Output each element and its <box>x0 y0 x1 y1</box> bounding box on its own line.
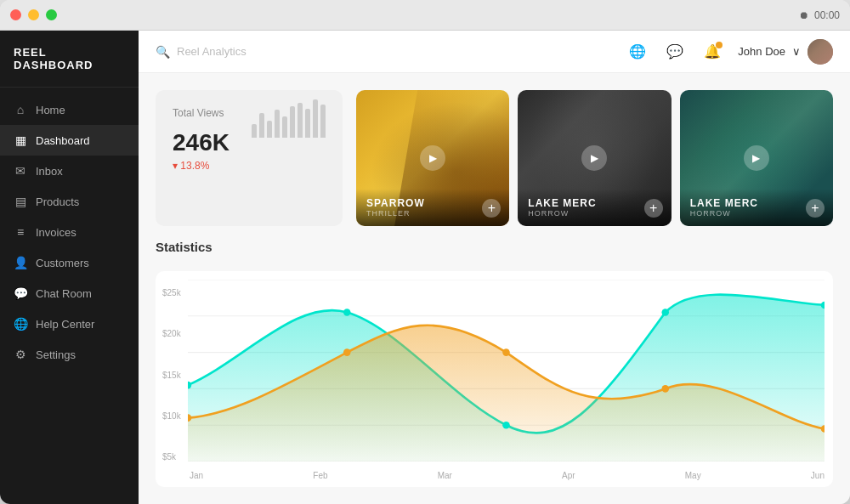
lakemerc1-play-btn[interactable]: ▶ <box>581 145 607 171</box>
home-icon: ⌂ <box>14 103 27 116</box>
movie-card-sparrow[interactable]: ▶ SPARROW THRILLER + <box>356 90 509 226</box>
window-controls <box>10 9 57 20</box>
sidebar-label-helpcenter: Help Center <box>36 318 94 331</box>
lakemerc2-add-btn[interactable]: + <box>806 199 824 218</box>
topbar: 🔍 Reel Analytics 🌐 💬 🔔 John Doe ∨ <box>139 31 850 73</box>
stats-change: ▾ 13.8% <box>173 160 230 172</box>
globe-button[interactable]: 🌐 <box>626 40 649 64</box>
sidebar-logo: REEL DASHBOARD <box>0 31 139 88</box>
stats-card: Total Views 246K ▾ 13.8% <box>156 90 343 226</box>
y-label-10k: $10k <box>162 411 181 421</box>
globe-icon: 🌐 <box>14 317 27 331</box>
stats-value: 246K <box>173 129 230 156</box>
x-label-mar: Mar <box>438 471 452 480</box>
left-panel: Total Views 246K ▾ 13.8% <box>156 90 833 487</box>
stat-bar <box>313 99 318 138</box>
app-body: REEL DASHBOARD ⌂ Home ▦ Dashboard ✉ Inbo… <box>0 31 850 504</box>
x-label-apr: Apr <box>562 471 575 480</box>
sidebar-item-chatroom[interactable]: 💬 Chat Room <box>0 278 139 309</box>
lakemerc2-title: LAKE MERC <box>690 197 823 209</box>
notification-wrapper: 🔔 <box>700 40 724 64</box>
close-button[interactable] <box>10 9 21 20</box>
products-icon: ▤ <box>14 195 27 208</box>
notification-dot <box>716 42 722 48</box>
stat-bar <box>298 103 303 138</box>
minimize-button[interactable] <box>28 9 39 20</box>
teal-dot-apr <box>502 422 510 429</box>
stat-bar <box>282 116 287 138</box>
avatar-image <box>808 39 833 65</box>
lakemerc2-genre: HORROW <box>690 209 823 218</box>
x-label-jan: Jan <box>190 471 203 480</box>
teal-dot-feb <box>343 309 351 316</box>
avatar <box>808 39 833 65</box>
time-value: 00:00 <box>814 9 840 21</box>
chart-svg <box>188 280 824 462</box>
titlebar: ⏺ 00:00 <box>0 0 850 31</box>
movie-cards: ▶ SPARROW THRILLER + ▶ <box>356 90 833 226</box>
sidebar-item-inbox[interactable]: ✉ Inbox <box>0 156 139 186</box>
chart-y-labels: $25k $20k $15k $10k $5k <box>162 288 181 462</box>
sparrow-genre: THRILLER <box>366 209 499 218</box>
maximize-button[interactable] <box>46 9 57 20</box>
sidebar-item-helpcenter[interactable]: 🌐 Help Center <box>0 309 139 339</box>
sidebar-item-dashboard[interactable]: ▦ Dashboard <box>0 125 139 156</box>
movie-card-lakemerc2[interactable]: ▶ LAKE MERC HORROW + <box>680 90 833 226</box>
sidebar-label-products: Products <box>36 195 79 208</box>
x-label-jun: Jun <box>811 471 824 480</box>
lakemerc2-play-btn[interactable]: ▶ <box>744 145 769 171</box>
y-label-25k: $25k <box>162 288 181 297</box>
chat-button[interactable]: 💬 <box>663 40 687 64</box>
stat-bar <box>252 124 257 138</box>
search-placeholder: Reel Analytics <box>177 45 246 58</box>
content-area: Total Views 246K ▾ 13.8% <box>139 73 850 504</box>
stat-bar <box>290 106 295 138</box>
sidebar: REEL DASHBOARD ⌂ Home ▦ Dashboard ✉ Inbo… <box>0 31 139 504</box>
x-label-may: May <box>685 471 701 480</box>
chart-x-labels: Jan Feb Mar Apr May Jun <box>190 471 824 480</box>
stat-bar <box>305 109 310 138</box>
movie-card-lakemerc1[interactable]: ▶ LAKE MERC HORROW + <box>518 90 671 226</box>
sidebar-nav: ⌂ Home ▦ Dashboard ✉ Inbox ▤ Products ≡ <box>0 88 139 504</box>
lakemerc1-add-btn[interactable]: + <box>644 199 663 218</box>
sidebar-label-chatroom: Chat Room <box>36 287 92 300</box>
sparrow-play-btn[interactable]: ▶ <box>420 145 445 171</box>
orange-dot-feb <box>343 348 351 356</box>
stat-bar <box>320 105 326 138</box>
x-label-feb: Feb <box>313 471 327 480</box>
search-bar[interactable]: 🔍 Reel Analytics <box>156 45 246 59</box>
sidebar-label-customers: Customers <box>36 257 89 269</box>
top-row: Total Views 246K ▾ 13.8% <box>156 90 833 226</box>
stats-bar-chart <box>252 95 326 138</box>
orange-dot-may <box>661 385 669 393</box>
chat-icon: 💬 <box>14 286 27 300</box>
time-display: ⏺ 00:00 <box>799 9 840 21</box>
y-label-5k: $5k <box>162 452 181 462</box>
user-menu[interactable]: John Doe ∨ <box>738 39 833 65</box>
section-title: Statistics <box>156 240 833 254</box>
sidebar-item-invoices[interactable]: ≡ Invoices <box>0 217 139 247</box>
y-label-15k: $15k <box>162 371 181 380</box>
app-window: ⏺ 00:00 REEL DASHBOARD ⌂ Home ▦ Dashboar… <box>0 0 850 504</box>
sidebar-item-customers[interactable]: 👤 Customers <box>0 247 139 278</box>
invoices-icon: ≡ <box>14 225 27 239</box>
main-content: 🔍 Reel Analytics 🌐 💬 🔔 John Doe ∨ <box>139 31 850 504</box>
sidebar-label-dashboard: Dashboard <box>36 134 90 147</box>
orange-dot-apr <box>502 348 510 356</box>
chart-container: $25k $20k $15k $10k $5k <box>156 271 833 487</box>
sidebar-item-home[interactable]: ⌂ Home <box>0 94 139 125</box>
dashboard-icon: ▦ <box>14 133 27 147</box>
record-icon: ⏺ <box>799 9 809 21</box>
inbox-icon: ✉ <box>14 164 27 178</box>
sparrow-title: SPARROW <box>366 197 499 209</box>
search-icon: 🔍 <box>156 45 170 59</box>
sidebar-item-settings[interactable]: ⚙ Settings <box>0 339 139 370</box>
settings-icon: ⚙ <box>14 348 27 361</box>
sidebar-label-home: Home <box>36 104 65 116</box>
sidebar-label-invoices: Invoices <box>36 226 76 239</box>
sidebar-item-products[interactable]: ▤ Products <box>0 186 139 217</box>
customers-icon: 👤 <box>14 256 27 269</box>
lakemerc1-genre: HORROW <box>528 209 660 218</box>
chevron-down-icon: ∨ <box>792 45 801 58</box>
sidebar-label-inbox: Inbox <box>36 165 63 178</box>
